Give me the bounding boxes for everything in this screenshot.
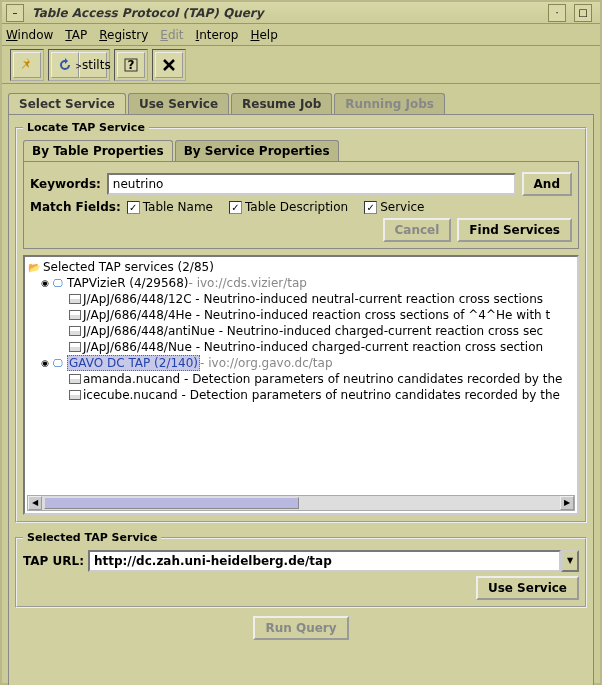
tab-resume-job[interactable]: Resume Job: [231, 93, 332, 114]
table-icon: [69, 310, 81, 320]
table-icon: [69, 390, 81, 400]
close-icon: [161, 57, 177, 73]
main-tabs: Select Service Use Service Resume Job Ru…: [8, 90, 594, 114]
table-icon: [69, 374, 81, 384]
menu-help[interactable]: Help: [250, 28, 277, 42]
scroll-thumb[interactable]: [44, 497, 299, 509]
selected-service-fieldset: Selected TAP Service TAP URL: ▼ Use Serv…: [15, 531, 587, 608]
locate-fieldset: Locate TAP Service By Table Properties B…: [15, 121, 587, 523]
stilts-icon: >stilts: [75, 58, 110, 72]
minimize-button[interactable]: ·: [548, 4, 566, 22]
selected-legend: Selected TAP Service: [23, 531, 161, 544]
tab-running-jobs: Running Jobs: [334, 93, 445, 114]
window-menu-button[interactable]: –: [6, 4, 24, 22]
monitor-icon: 🖵: [51, 278, 65, 289]
locate-tabs: By Table Properties By Service Propertie…: [23, 140, 579, 161]
maximize-button[interactable]: □: [574, 4, 592, 22]
tree-table[interactable]: J/ApJ/686/448/12C - Neutrino-induced neu…: [27, 291, 575, 307]
table-icon: [69, 326, 81, 336]
services-tree[interactable]: 📂 Selected TAP services (2/85) ◉ 🖵 TAPVi…: [23, 255, 579, 515]
close-button[interactable]: [155, 52, 183, 78]
tree-service[interactable]: ◉ 🖵 GAVO DC TAP (2/140) - ivo://org.gavo…: [27, 355, 575, 371]
keywords-label: Keywords:: [30, 177, 101, 191]
tree-table[interactable]: J/ApJ/686/448/antiNue - Neutrino-induced…: [27, 323, 575, 339]
folder-icon: 📂: [27, 262, 41, 273]
checkbox-table-description[interactable]: ✓ Table Description: [229, 200, 348, 214]
app-window: – Table Access Protocol (TAP) Query · □ …: [0, 0, 602, 685]
check-icon: ✓: [364, 201, 377, 214]
menu-window[interactable]: Window: [6, 28, 53, 42]
menu-tap[interactable]: TAP: [65, 28, 87, 42]
tab-by-service[interactable]: By Service Properties: [175, 140, 339, 161]
tab-panel: Locate TAP Service By Table Properties B…: [8, 114, 594, 685]
help-button[interactable]: ?: [117, 52, 145, 78]
match-fields-label: Match Fields:: [30, 200, 121, 214]
window-title: Table Access Protocol (TAP) Query: [32, 6, 548, 20]
toolbar: >stilts ?: [2, 46, 600, 84]
tap-url-input[interactable]: [88, 550, 561, 572]
pin-button[interactable]: [13, 52, 41, 78]
cancel-button: Cancel: [383, 218, 452, 242]
locate-inner-panel: Keywords: And Match Fields: ✓ Table Name…: [23, 161, 579, 249]
horizontal-scrollbar[interactable]: ◀ ▶: [27, 495, 575, 511]
tree-table[interactable]: icecube.nucand - Detection parameters of…: [27, 387, 575, 403]
locate-legend: Locate TAP Service: [23, 121, 149, 134]
tab-by-table[interactable]: By Table Properties: [23, 140, 173, 161]
tap-url-label: TAP URL:: [23, 554, 84, 568]
url-dropdown-button[interactable]: ▼: [561, 550, 579, 572]
collapse-icon[interactable]: ◉: [41, 278, 51, 288]
menu-interop[interactable]: Interop: [196, 28, 239, 42]
tab-select-service[interactable]: Select Service: [8, 93, 126, 114]
help-icon: ?: [123, 57, 139, 73]
table-icon: [69, 342, 81, 352]
collapse-icon[interactable]: ◉: [41, 358, 51, 368]
find-services-button[interactable]: Find Services: [457, 218, 572, 242]
check-icon: ✓: [127, 201, 140, 214]
scroll-left-button[interactable]: ◀: [28, 496, 42, 510]
menu-edit: Edit: [160, 28, 183, 42]
tree-root[interactable]: 📂 Selected TAP services (2/85): [27, 259, 575, 275]
tree-table[interactable]: J/ApJ/686/448/Nue - Neutrino-induced cha…: [27, 339, 575, 355]
svg-text:?: ?: [128, 58, 135, 72]
titlebar: – Table Access Protocol (TAP) Query · □: [2, 2, 600, 24]
table-icon: [69, 294, 81, 304]
checkbox-service[interactable]: ✓ Service: [364, 200, 424, 214]
use-service-button[interactable]: Use Service: [476, 576, 579, 600]
stilts-button[interactable]: >stilts: [79, 52, 107, 78]
and-button[interactable]: And: [522, 172, 572, 196]
checkbox-table-name[interactable]: ✓ Table Name: [127, 200, 213, 214]
tab-use-service[interactable]: Use Service: [128, 93, 229, 114]
reload-icon: [57, 57, 73, 73]
run-query-button: Run Query: [253, 616, 348, 640]
menubar: Window TAP Registry Edit Interop Help: [2, 24, 600, 46]
tree-table[interactable]: J/ApJ/686/448/4He - Neutrino-induced rea…: [27, 307, 575, 323]
tree-table[interactable]: amanda.nucand - Detection parameters of …: [27, 371, 575, 387]
tree-service[interactable]: ◉ 🖵 TAPVizieR (4/29568) - ivo://cds.vizi…: [27, 275, 575, 291]
scroll-right-button[interactable]: ▶: [560, 496, 574, 510]
monitor-icon: 🖵: [51, 358, 65, 369]
keywords-input[interactable]: [107, 173, 516, 195]
pin-icon: [19, 57, 35, 73]
check-icon: ✓: [229, 201, 242, 214]
menu-registry[interactable]: Registry: [99, 28, 148, 42]
content-area: Select Service Use Service Resume Job Ru…: [2, 84, 600, 685]
